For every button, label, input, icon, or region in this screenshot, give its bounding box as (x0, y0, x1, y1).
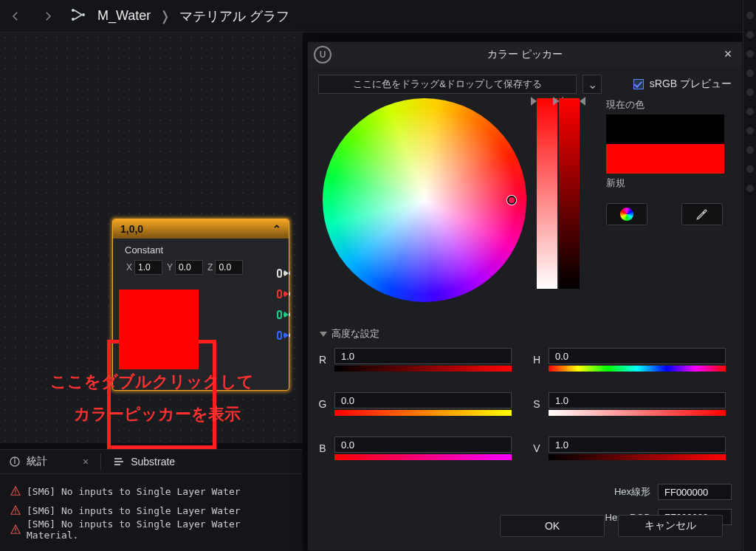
v-gradient[interactable] (549, 454, 726, 460)
b-input[interactable] (334, 437, 512, 453)
breadcrumb-page[interactable]: マテリアル グラフ (179, 7, 289, 25)
s-label: S (531, 398, 543, 410)
g-input[interactable] (334, 392, 512, 408)
nav-back-button[interactable] (4, 5, 27, 27)
log-line: [SM6] No inputs to Single Layer Water (10, 501, 292, 520)
topbar: M_Water ❭ マテリアル グラフ (0, 0, 756, 32)
x-label: X (126, 262, 132, 273)
annotation-dblclick-1: ここをダブルクリックして (50, 371, 254, 393)
color-picker-dialog: U カラー ピッカー × ここに色をドラッグ&ドロップして保存する ⌄ sRGB… (307, 41, 743, 551)
tab-stats[interactable]: 統計 × (0, 450, 97, 473)
constant3-node[interactable]: 1,0,0 ⌃ Constant X Y Z (112, 219, 289, 391)
g-row: G (317, 392, 523, 416)
dropzone-menu-button[interactable]: ⌄ (583, 75, 602, 94)
log-text: [SM6] No inputs to Single Layer Water Ma… (27, 519, 292, 541)
picker-toolbar: ここに色をドラッグ&ドロップして保存する ⌄ sRGB プレビュー (308, 67, 742, 94)
s-gradient[interactable] (549, 410, 726, 416)
hsv-channels: H S V (531, 348, 732, 481)
v-input[interactable] (549, 437, 726, 453)
h-gradient[interactable] (549, 366, 726, 372)
h-input[interactable] (549, 348, 726, 364)
ok-button[interactable]: OK (500, 515, 605, 537)
node-body: Constant X Y Z (113, 239, 289, 390)
node-xyz: X Y Z (126, 260, 283, 275)
color-dropzone[interactable]: ここに色をドラッグ&ドロップして保存する (318, 75, 577, 94)
r-input[interactable] (334, 348, 512, 364)
y-input[interactable] (175, 260, 203, 275)
warning-icon (10, 505, 21, 516)
picker-titlebar[interactable]: U カラー ピッカー × (308, 42, 742, 67)
ue-logo-icon: U (314, 46, 331, 64)
saturation-strip[interactable] (537, 98, 557, 289)
advanced-header[interactable]: 高度な設定 (320, 327, 379, 340)
hex-linear-input[interactable] (658, 484, 732, 500)
g-gradient[interactable] (334, 410, 512, 416)
tab-divider (100, 454, 101, 470)
message-log[interactable]: [SM6] No inputs to Single Layer Water [S… (0, 474, 303, 551)
cancel-button[interactable]: キャンセル (618, 515, 723, 537)
srgb-preview-toggle[interactable]: sRGB プレビュー (633, 78, 732, 91)
tab-stats-close-icon[interactable]: × (83, 456, 89, 468)
node-type-label: Constant (125, 244, 283, 256)
r-gradient[interactable] (334, 366, 512, 372)
new-color-label: 新規 (606, 177, 724, 190)
tab-substrate[interactable]: Substrate (104, 450, 184, 473)
log-text: [SM6] No inputs to Single Layer Water (27, 505, 241, 516)
old-color-swatch[interactable] (606, 114, 724, 144)
picker-close-button[interactable]: × (720, 47, 736, 62)
b-label: B (317, 442, 329, 454)
strip-marker-icon[interactable] (531, 97, 537, 106)
warning-icon (10, 524, 21, 535)
node-header[interactable]: 1,0,0 ⌃ (113, 219, 289, 239)
b-gradient[interactable] (334, 454, 512, 460)
log-line: [SM6] No inputs to Single Layer Water Ma… (10, 520, 292, 539)
expand-icon (320, 332, 327, 337)
z-input[interactable] (215, 260, 243, 275)
stats-icon (9, 456, 21, 468)
hex-linear-row: Hex線形 (531, 484, 732, 500)
log-text: [SM6] No inputs to Single Layer Water (27, 486, 241, 497)
x-input[interactable] (134, 260, 162, 275)
port-rgba[interactable] (277, 268, 290, 278)
node-collapse-icon[interactable]: ⌃ (272, 223, 281, 235)
current-color-label: 現在の色 (606, 98, 724, 112)
srgb-checkbox-icon[interactable] (633, 79, 644, 89)
port-g[interactable] (277, 309, 290, 320)
new-color-swatch[interactable] (606, 144, 724, 174)
substrate-icon (113, 456, 125, 468)
advanced-label: 高度な設定 (331, 327, 379, 340)
eyedropper-button[interactable] (681, 203, 723, 225)
rgb-channels: R G B (317, 348, 523, 481)
right-dock[interactable] (743, 0, 756, 551)
wheel-cursor[interactable] (507, 196, 516, 205)
g-label: G (317, 398, 329, 410)
s-input[interactable] (549, 392, 726, 408)
log-line: [SM6] No inputs to Single Layer Water (10, 482, 292, 501)
node-title: 1,0,0 (120, 223, 143, 235)
color-wheel-icon (620, 208, 633, 221)
nav-forward-button[interactable] (37, 5, 59, 27)
breadcrumb-asset[interactable]: M_Water (97, 8, 151, 24)
svg-rect-11 (15, 508, 16, 511)
svg-point-5 (14, 458, 16, 459)
hex-linear-label: Hex線形 (614, 485, 650, 499)
annotation-dblclick-2: カラーピッカーを表示 (74, 403, 241, 425)
color-wheel[interactable] (323, 98, 526, 302)
strip-marker-icon[interactable] (553, 97, 559, 106)
color-themes-button[interactable] (606, 203, 647, 225)
svg-rect-13 (15, 527, 16, 530)
strip-marker-icon[interactable] (580, 97, 585, 106)
port-b[interactable] (277, 330, 290, 340)
port-r[interactable] (277, 289, 290, 299)
svg-point-14 (15, 532, 16, 533)
b-row: B (317, 437, 523, 460)
h-label: H (531, 354, 543, 366)
value-strip[interactable] (559, 98, 580, 289)
node-color-swatch[interactable] (119, 290, 199, 369)
warning-icon (10, 486, 21, 496)
h-row: H (531, 348, 732, 372)
picker-title-text: カラー ピッカー (487, 48, 563, 61)
y-label: Y (167, 262, 173, 273)
svg-point-10 (15, 493, 16, 495)
breadcrumb: M_Water ❭ マテリアル グラフ (97, 7, 289, 25)
